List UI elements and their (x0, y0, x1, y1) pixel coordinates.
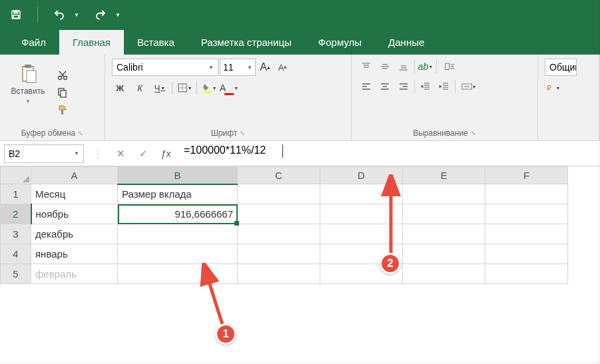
italic-button[interactable]: К (132, 80, 148, 96)
cell-a2[interactable]: ноябрь (31, 204, 118, 224)
cell-a3[interactable]: декабрь (31, 224, 118, 244)
row-header-1[interactable]: 1 (1, 184, 31, 204)
cell-c2[interactable] (238, 204, 320, 224)
decrease-indent-button[interactable] (418, 79, 434, 94)
cell-c1[interactable] (238, 184, 320, 204)
cell-e4[interactable] (403, 244, 485, 264)
row-header-2[interactable]: 2 (1, 204, 31, 224)
spreadsheet-grid[interactable]: A B C D E F 1 Месяц Размер вклада 2 нояб… (0, 166, 600, 284)
cell-f2[interactable] (485, 204, 568, 224)
cell-e2[interactable] (403, 204, 485, 224)
name-box[interactable]: B2 ▼ (4, 144, 84, 163)
align-right-button[interactable] (396, 79, 412, 94)
column-header-f[interactable]: F (485, 167, 568, 184)
cell-b3[interactable] (118, 224, 238, 244)
tab-formulas[interactable]: Формулы (305, 30, 375, 55)
cell-c3[interactable] (238, 224, 320, 244)
cell-d1[interactable] (320, 184, 403, 204)
number-format-combo[interactable]: Общий (545, 59, 577, 76)
wrap-text-button[interactable] (440, 59, 461, 75)
increase-indent-button[interactable] (436, 79, 452, 94)
confirm-button[interactable]: ✓ (135, 145, 152, 162)
align-bottom-button[interactable] (396, 59, 412, 75)
tab-insert[interactable]: Вставка (124, 30, 188, 55)
tab-data[interactable]: Данные (375, 30, 438, 55)
column-header-b[interactable]: B (118, 167, 238, 184)
row-header-3[interactable]: 3 (1, 224, 31, 244)
alignment-group-label: Выравнивание (413, 128, 468, 138)
svg-point-7 (64, 76, 67, 79)
cancel-button[interactable]: ✕ (112, 145, 129, 162)
merge-button[interactable]: ▼ (458, 79, 479, 94)
cell-f3[interactable] (485, 224, 568, 244)
undo-button[interactable] (49, 4, 70, 25)
borders-button[interactable]: ▼ (176, 80, 192, 96)
svg-rect-10 (61, 110, 63, 114)
font-size-combo[interactable]: 11▼ (220, 59, 256, 76)
cell-a4[interactable]: январь (31, 244, 118, 264)
align-middle-button[interactable] (377, 59, 393, 75)
align-top-button[interactable] (358, 59, 374, 75)
redo-button[interactable] (90, 4, 111, 25)
cell-f5[interactable] (485, 264, 568, 284)
text-cursor-icon (282, 144, 283, 158)
font-color-button[interactable]: А▼ (221, 80, 237, 96)
svg-point-6 (59, 76, 62, 79)
cell-b1[interactable]: Размер вклада (118, 184, 238, 204)
font-name-combo[interactable]: Calibri▼ (112, 59, 218, 76)
row-header-5[interactable]: 5 (1, 264, 31, 284)
undo-dropdown-icon[interactable]: ▼ (74, 12, 79, 18)
tab-file[interactable]: Файл (8, 30, 59, 55)
svg-rect-13 (446, 63, 450, 70)
chevron-down-icon: ▼ (247, 65, 252, 71)
cell-b5[interactable] (118, 264, 238, 284)
tab-home[interactable]: Главная (59, 30, 124, 55)
select-all-corner[interactable] (1, 167, 31, 184)
tab-page-layout[interactable]: Разметка страницы (188, 30, 305, 55)
clipboard-launcher-icon[interactable]: ⤡ (78, 130, 83, 136)
formula-input[interactable]: =100000*11%/12 (180, 144, 596, 163)
format-painter-button[interactable] (55, 102, 71, 118)
font-launcher-icon[interactable]: ⤡ (240, 130, 245, 136)
cell-f1[interactable] (485, 184, 568, 204)
fx-button[interactable]: ƒx (157, 145, 174, 162)
cell-c4[interactable] (238, 244, 320, 264)
cell-a5[interactable]: февраль (31, 264, 118, 284)
paste-button[interactable]: Вставить ▼ (4, 57, 52, 109)
align-left-button[interactable] (358, 79, 374, 94)
redo-dropdown-icon[interactable]: ▼ (115, 12, 121, 18)
svg-rect-9 (61, 91, 66, 97)
cell-d2[interactable] (320, 204, 403, 224)
group-alignment: ab▼ ▼ Выравнивание ⤡ (352, 55, 538, 140)
cell-d3[interactable] (320, 224, 403, 244)
alignment-launcher-icon[interactable]: ⤡ (471, 130, 476, 136)
cell-e3[interactable] (403, 224, 485, 244)
row-header-4[interactable]: 4 (1, 244, 31, 264)
copy-button[interactable] (55, 85, 71, 100)
quick-access-toolbar: ▼ ▼ (0, 0, 600, 29)
column-header-d[interactable]: D (320, 167, 403, 184)
cell-f4[interactable] (485, 244, 568, 264)
cell-e5[interactable] (403, 264, 485, 284)
svg-rect-5 (27, 71, 36, 83)
fill-color-button[interactable]: ▼ (201, 80, 217, 96)
save-button[interactable] (5, 4, 27, 25)
cell-b4[interactable] (118, 244, 238, 264)
cut-button[interactable] (55, 67, 71, 83)
bold-button[interactable]: Ж (112, 80, 128, 96)
currency-button[interactable]: ₽▼ (545, 80, 561, 96)
cell-c5[interactable] (238, 264, 320, 284)
cell-e1[interactable] (403, 184, 485, 204)
orientation-button[interactable]: ab▼ (418, 59, 434, 75)
align-center-button[interactable] (377, 79, 393, 94)
cell-b2[interactable]: 916,6666667 (118, 204, 238, 224)
cell-a1[interactable]: Месяц (31, 184, 118, 204)
column-header-e[interactable]: E (403, 167, 485, 184)
svg-rect-4 (25, 65, 31, 68)
column-header-a[interactable]: A (31, 167, 118, 184)
increase-font-button[interactable]: A▴ (257, 59, 273, 75)
underline-button[interactable]: Ч▼ (152, 80, 168, 96)
column-header-c[interactable]: C (238, 167, 320, 184)
decrease-font-button[interactable]: A▾ (274, 59, 290, 75)
callout-1: 1 (215, 323, 236, 345)
